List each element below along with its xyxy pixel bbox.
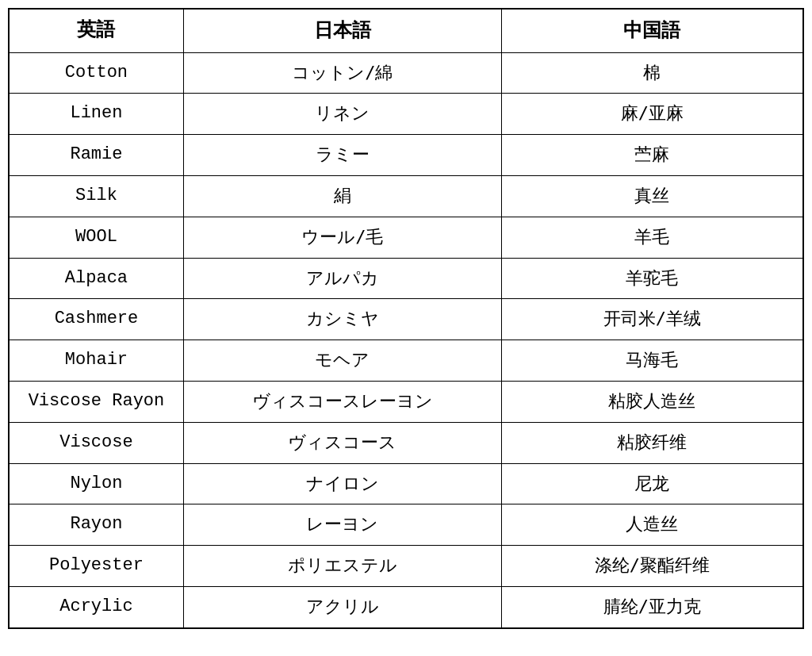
table-row: Viscose Rayonヴィスコースレーヨン粘胶人造丝 xyxy=(9,381,803,422)
cell-chinese: 苎麻 xyxy=(501,135,803,176)
cell-japanese: カシミヤ xyxy=(183,299,501,340)
cell-japanese: ラミー xyxy=(183,135,501,176)
fabric-translation-table: 英語 日本語 中国語 Cottonコットン/綿棉Linenリネン麻/亚麻Rami… xyxy=(8,8,804,629)
header-japanese: 日本語 xyxy=(183,9,501,52)
cell-english: Cotton xyxy=(9,52,183,94)
cell-japanese: コットン/綿 xyxy=(183,52,501,94)
cell-japanese: ナイロン xyxy=(183,463,501,504)
cell-chinese: 羊毛 xyxy=(501,217,803,258)
cell-english: Linen xyxy=(9,94,183,135)
table-row: Rayonレーヨン人造丝 xyxy=(9,504,803,546)
cell-chinese: 羊驼毛 xyxy=(501,258,803,299)
cell-chinese: 马海毛 xyxy=(501,340,803,382)
cell-japanese: アクリル xyxy=(183,586,501,627)
table-row: Cashmereカシミヤ开司米/羊绒 xyxy=(9,299,803,340)
cell-english: Acrylic xyxy=(9,586,183,627)
cell-japanese: モヘア xyxy=(183,340,501,382)
table-row: Alpacaアルパカ羊驼毛 xyxy=(9,258,803,299)
cell-english: Viscose Rayon xyxy=(9,381,183,422)
cell-english: WOOL xyxy=(9,217,183,258)
cell-english: Cashmere xyxy=(9,299,183,340)
cell-english: Rayon xyxy=(9,504,183,546)
table-row: Silk絹真丝 xyxy=(9,175,803,217)
cell-chinese: 粘胶人造丝 xyxy=(501,381,803,422)
cell-english: Nylon xyxy=(9,463,183,504)
cell-english: Mohair xyxy=(9,340,183,382)
table-row: Acrylicアクリル腈纶/亚力克 xyxy=(9,586,803,627)
cell-japanese: アルパカ xyxy=(183,258,501,299)
cell-chinese: 人造丝 xyxy=(501,504,803,546)
cell-japanese: ヴィスコース xyxy=(183,422,501,463)
table-row: WOOLウール/毛羊毛 xyxy=(9,217,803,258)
table-row: Linenリネン麻/亚麻 xyxy=(9,94,803,135)
cell-chinese: 涤纶/聚酯纤维 xyxy=(501,546,803,587)
cell-chinese: 粘胶纤维 xyxy=(501,422,803,463)
cell-chinese: 尼龙 xyxy=(501,463,803,504)
table-row: Polyesterポリエステル涤纶/聚酯纤维 xyxy=(9,546,803,587)
table-row: Mohairモヘア马海毛 xyxy=(9,340,803,382)
header-english: 英語 xyxy=(9,9,183,52)
table-row: Viscoseヴィスコース粘胶纤维 xyxy=(9,422,803,463)
cell-japanese: ポリエステル xyxy=(183,546,501,587)
cell-chinese: 开司米/羊绒 xyxy=(501,299,803,340)
header-chinese: 中国語 xyxy=(501,9,803,52)
cell-japanese: ウール/毛 xyxy=(183,217,501,258)
cell-english: Polyester xyxy=(9,546,183,587)
cell-english: Alpaca xyxy=(9,258,183,299)
cell-japanese: ヴィスコースレーヨン xyxy=(183,381,501,422)
cell-english: Silk xyxy=(9,175,183,217)
table-row: Cottonコットン/綿棉 xyxy=(9,52,803,94)
header-row: 英語 日本語 中国語 xyxy=(9,9,803,52)
cell-japanese: レーヨン xyxy=(183,504,501,546)
table-row: Ramieラミー苎麻 xyxy=(9,135,803,176)
cell-chinese: 棉 xyxy=(501,52,803,94)
cell-japanese: リネン xyxy=(183,94,501,135)
cell-english: Viscose xyxy=(9,422,183,463)
cell-chinese: 腈纶/亚力克 xyxy=(501,586,803,627)
cell-chinese: 麻/亚麻 xyxy=(501,94,803,135)
cell-chinese: 真丝 xyxy=(501,175,803,217)
table-row: Nylonナイロン尼龙 xyxy=(9,463,803,504)
cell-japanese: 絹 xyxy=(183,175,501,217)
cell-english: Ramie xyxy=(9,135,183,176)
